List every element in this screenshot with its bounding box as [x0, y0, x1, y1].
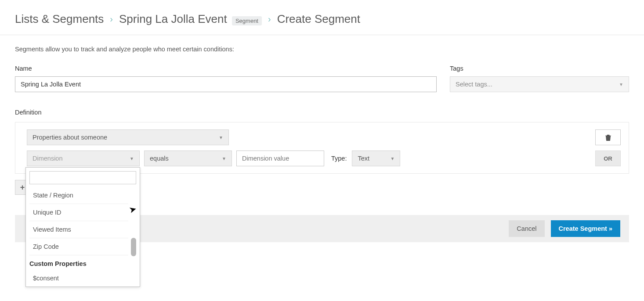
tags-placeholder: Select tags... — [456, 81, 492, 88]
create-segment-button[interactable]: Create Segment » — [551, 220, 621, 237]
chevron-right-icon: › — [268, 14, 271, 24]
name-field: Name — [15, 65, 437, 92]
dimension-value-input[interactable] — [236, 150, 324, 166]
dimension-select[interactable]: Dimension ▼ — [27, 150, 140, 166]
breadcrumb: Lists & Segments › Spring La Jolla Event… — [0, 0, 644, 35]
operator-select[interactable]: equals ▼ — [144, 150, 232, 166]
dimension-group-header: Custom Properties — [29, 255, 128, 270]
scrollbar-thumb[interactable] — [131, 238, 136, 256]
dimension-option[interactable]: Unique ID — [29, 204, 128, 221]
chevron-right-icon: › — [110, 14, 113, 24]
breadcrumb-item-label: Spring La Jolla Event — [119, 12, 227, 25]
definition-label: Definition — [15, 109, 629, 116]
intro-text: Segments allow you to track and analyze … — [15, 46, 629, 53]
dimension-option[interactable]: $consent — [29, 270, 128, 287]
segment-badge: Segment — [232, 16, 262, 25]
definition-box: Properties about someone ▼ Dimension ▼ e… — [15, 122, 629, 174]
dimension-search-input[interactable] — [29, 171, 136, 184]
or-button[interactable]: OR — [595, 150, 621, 166]
dimension-option[interactable]: State / Region — [29, 187, 128, 204]
condition-row-2: Dimension ▼ equals ▼ Type: Text ▼ OR — [27, 150, 621, 166]
dimension-option[interactable]: Zip Code — [29, 238, 128, 255]
tags-select[interactable]: Select tags... ▼ — [450, 76, 629, 92]
delete-condition-button[interactable] — [595, 129, 621, 145]
tags-label: Tags — [450, 65, 629, 72]
breadcrumb-root[interactable]: Lists & Segments — [15, 12, 104, 26]
condition-row-1: Properties about someone ▼ — [27, 129, 621, 145]
dimension-option[interactable]: Viewed Items — [29, 221, 128, 238]
breadcrumb-current: Create Segment — [277, 12, 360, 26]
dimension-placeholder: Dimension — [33, 155, 63, 162]
source-select[interactable]: Properties about someone ▼ — [27, 129, 229, 145]
type-label: Type: — [331, 155, 347, 162]
source-select-value: Properties about someone — [33, 134, 107, 141]
type-select[interactable]: Text ▼ — [352, 150, 400, 166]
dimension-dropdown-list[interactable]: State / Region Unique ID Viewed Items Zi… — [29, 187, 136, 287]
name-tags-row: Name Tags Select tags... ▼ — [15, 65, 629, 92]
tags-field: Tags Select tags... ▼ — [450, 65, 629, 92]
caret-down-icon: ▼ — [391, 156, 395, 161]
cancel-button[interactable]: Cancel — [509, 220, 544, 237]
trash-icon — [605, 134, 611, 141]
caret-down-icon: ▼ — [219, 135, 223, 140]
operator-value: equals — [150, 155, 169, 162]
caret-down-icon: ▼ — [619, 82, 623, 87]
caret-down-icon: ▼ — [130, 156, 134, 161]
breadcrumb-item[interactable]: Spring La Jolla Event Segment — [119, 12, 262, 26]
type-value: Text — [358, 155, 369, 162]
name-label: Name — [15, 65, 437, 72]
caret-down-icon: ▼ — [222, 156, 226, 161]
dimension-dropdown-panel: State / Region Unique ID Viewed Items Zi… — [25, 167, 140, 287]
name-input[interactable] — [15, 76, 437, 92]
